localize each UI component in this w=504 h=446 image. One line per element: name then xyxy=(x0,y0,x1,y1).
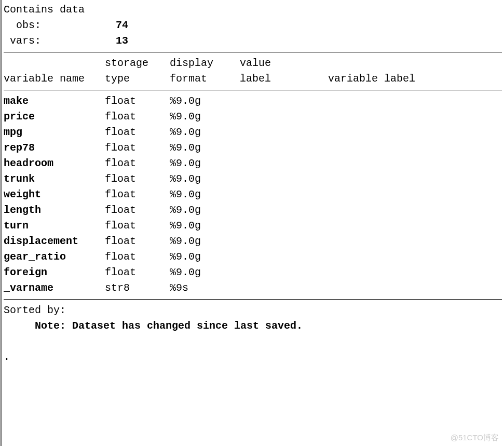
var-name: length xyxy=(4,202,105,218)
vars-value: 13 xyxy=(116,35,128,47)
var-value-label xyxy=(240,218,328,234)
table-row: turnfloat%9.0g xyxy=(4,218,328,234)
var-name: make xyxy=(4,93,105,109)
var-display-format: %9.0g xyxy=(170,187,240,202)
obs-label: obs: xyxy=(4,19,41,31)
var-name: turn xyxy=(4,218,105,234)
table-row: makefloat%9.0g xyxy=(4,93,328,109)
var-value-label xyxy=(240,171,328,187)
table-row: pricefloat%9.0g xyxy=(4,109,328,125)
empty-line xyxy=(4,334,504,349)
table-row: lengthfloat%9.0g xyxy=(4,202,328,218)
var-storage-type: float xyxy=(105,140,170,156)
var-name: headroom xyxy=(4,156,105,171)
hdr-value-2: label xyxy=(240,71,328,87)
vars-label: vars: xyxy=(4,35,41,47)
var-name: _varname xyxy=(4,280,105,296)
var-value-label xyxy=(240,109,328,125)
var-display-format: %9.0g xyxy=(170,125,240,140)
obs-value: 74 xyxy=(116,19,128,31)
var-name: rep78 xyxy=(4,140,105,156)
hdr-storage-2: type xyxy=(105,71,170,87)
note-text: Dataset has changed since last saved. xyxy=(72,320,303,332)
var-display-format: %9.0g xyxy=(170,249,240,265)
note-label: Note: xyxy=(4,320,72,332)
separator-mid xyxy=(4,90,502,90)
var-display-format: %9.0g xyxy=(170,265,240,280)
table-row: rep78float%9.0g xyxy=(4,140,328,156)
var-display-format: %9.0g xyxy=(170,234,240,249)
hdr-display-2: format xyxy=(170,71,240,87)
var-storage-type: float xyxy=(105,234,170,249)
table-row: _varnamestr8%9s xyxy=(4,280,328,296)
var-storage-type: float xyxy=(105,171,170,187)
hdr-storage-1: storage xyxy=(105,56,170,71)
describe-output: Contains data obs: 74 vars: 13 storage d… xyxy=(2,0,504,365)
var-name: gear_ratio xyxy=(4,249,105,265)
var-name: foreign xyxy=(4,265,105,280)
var-storage-type: float xyxy=(105,93,170,109)
var-display-format: %9.0g xyxy=(170,109,240,125)
vars-line: vars: 13 xyxy=(4,33,504,49)
var-value-label xyxy=(240,93,328,109)
command-prompt[interactable]: . xyxy=(4,349,504,365)
var-display-format: %9.0g xyxy=(170,171,240,187)
var-storage-type: float xyxy=(105,265,170,280)
table-row: trunkfloat%9.0g xyxy=(4,171,328,187)
var-display-format: %9.0g xyxy=(170,93,240,109)
table-row: headroomfloat%9.0g xyxy=(4,156,328,171)
var-value-label xyxy=(240,140,328,156)
var-name: price xyxy=(4,109,105,125)
table-row: displacementfloat%9.0g xyxy=(4,234,328,249)
watermark: @51CTO博客 xyxy=(451,433,499,443)
var-value-label xyxy=(240,187,328,202)
var-display-format: %9.0g xyxy=(170,140,240,156)
var-storage-type: float xyxy=(105,187,170,202)
table-row: weightfloat%9.0g xyxy=(4,187,328,202)
var-value-label xyxy=(240,249,328,265)
var-storage-type: float xyxy=(105,125,170,140)
var-name: mpg xyxy=(4,125,105,140)
separator-top xyxy=(4,52,502,52)
var-storage-type: float xyxy=(105,109,170,125)
var-value-label xyxy=(240,280,328,296)
var-name: weight xyxy=(4,187,105,202)
hdr-varname-1 xyxy=(4,56,105,71)
note-line: Note: Dataset has changed since last sav… xyxy=(4,318,504,334)
var-storage-type: str8 xyxy=(105,280,170,296)
column-headers: storage display value variable name type… xyxy=(4,56,415,87)
var-name: displacement xyxy=(4,234,105,249)
table-row: mpgfloat%9.0g xyxy=(4,125,328,140)
var-value-label xyxy=(240,202,328,218)
contains-data-title: Contains data xyxy=(4,2,504,18)
separator-bottom xyxy=(4,299,502,300)
obs-line: obs: 74 xyxy=(4,18,504,33)
hdr-varlabel-1 xyxy=(328,56,415,71)
hdr-varlabel-2: variable label xyxy=(328,71,415,87)
var-storage-type: float xyxy=(105,218,170,234)
var-value-label xyxy=(240,265,328,280)
sorted-by-line: Sorted by: xyxy=(4,303,504,318)
var-value-label xyxy=(240,234,328,249)
var-display-format: %9.0g xyxy=(170,202,240,218)
var-storage-type: float xyxy=(105,249,170,265)
hdr-varname-2: variable name xyxy=(4,71,105,87)
var-storage-type: float xyxy=(105,202,170,218)
var-storage-type: float xyxy=(105,156,170,171)
hdr-display-1: display xyxy=(170,56,240,71)
var-display-format: %9.0g xyxy=(170,218,240,234)
var-name: trunk xyxy=(4,171,105,187)
hdr-value-1: value xyxy=(240,56,328,71)
table-row: gear_ratiofloat%9.0g xyxy=(4,249,328,265)
var-display-format: %9.0g xyxy=(170,156,240,171)
table-row: foreignfloat%9.0g xyxy=(4,265,328,280)
var-display-format: %9s xyxy=(170,280,240,296)
variables-table: makefloat%9.0gpricefloat%9.0gmpgfloat%9.… xyxy=(4,93,328,296)
var-value-label xyxy=(240,125,328,140)
var-value-label xyxy=(240,156,328,171)
